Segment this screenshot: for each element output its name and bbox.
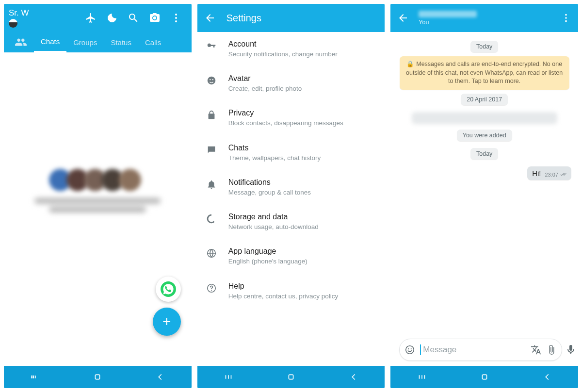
fab-new-chat[interactable]: + xyxy=(153,308,181,336)
system-navbar xyxy=(4,366,192,388)
chat-title-blurred xyxy=(419,11,477,17)
nav-recents-icon[interactable] xyxy=(223,372,234,382)
svg-point-9 xyxy=(210,79,210,80)
search-icon[interactable] xyxy=(128,12,139,24)
airplane-icon[interactable] xyxy=(85,12,97,24)
svg-point-2 xyxy=(175,20,177,22)
topbar: Sr. W xyxy=(4,4,192,32)
blurred-system-message xyxy=(412,112,557,124)
settings-item-privacy[interactable]: PrivacyBlock contacts, disappearing mess… xyxy=(197,101,385,135)
tab-chats[interactable]: Chats xyxy=(34,32,66,52)
chats-body: + xyxy=(4,52,192,366)
moon-icon[interactable] xyxy=(106,12,118,24)
svg-point-19 xyxy=(565,17,567,19)
tab-community-icon[interactable] xyxy=(8,32,34,52)
svg-point-22 xyxy=(408,348,409,349)
system-navbar xyxy=(197,366,385,388)
svg-point-23 xyxy=(411,348,412,349)
settings-item-help[interactable]: HelpHelp centre, contact us, privacy pol… xyxy=(197,274,385,309)
svg-point-18 xyxy=(565,14,567,16)
user-name: Sr. W xyxy=(9,8,29,18)
emoji-icon[interactable] xyxy=(404,344,415,355)
settings-list: AccountSecurity notifications, change nu… xyxy=(197,32,385,366)
chat-icon xyxy=(206,145,217,155)
svg-point-10 xyxy=(212,79,213,80)
screen-chats: Sr. W Chats Groups Status Calls xyxy=(4,4,192,388)
bell-icon xyxy=(206,179,217,190)
svg-point-13 xyxy=(211,290,212,291)
chat-subtitle: You xyxy=(419,19,551,26)
svg-point-0 xyxy=(175,14,177,16)
tab-status[interactable]: Status xyxy=(104,32,138,52)
nav-back-icon[interactable] xyxy=(155,372,165,382)
input-bar xyxy=(395,335,573,366)
globe-icon xyxy=(206,248,217,259)
more-icon[interactable] xyxy=(561,13,571,23)
tab-calls[interactable]: Calls xyxy=(138,32,168,52)
svg-rect-7 xyxy=(96,375,100,379)
user-avatar-small xyxy=(9,19,17,28)
fab-whatsapp[interactable] xyxy=(156,277,181,302)
tab-bar: Chats Groups Status Calls xyxy=(4,32,192,52)
blurred-text xyxy=(25,198,170,217)
camera-icon[interactable] xyxy=(149,12,161,24)
message-text: Hi! xyxy=(532,169,541,178)
blurred-avatars xyxy=(54,169,141,191)
mic-button[interactable] xyxy=(565,339,577,361)
tab-groups[interactable]: Groups xyxy=(66,32,104,52)
more-icon[interactable] xyxy=(170,12,182,24)
message-input[interactable] xyxy=(420,344,526,355)
settings-item-storage[interactable]: Storage and dataNetwork usage, auto-down… xyxy=(197,205,385,239)
e2e-banner[interactable]: 🔒Messages and calls are end-to-end encry… xyxy=(400,56,569,90)
settings-item-chats[interactable]: ChatsTheme, wallpapers, chat history xyxy=(197,136,385,170)
nav-back-icon[interactable] xyxy=(542,372,552,382)
settings-item-language[interactable]: App languageEnglish (phone's language) xyxy=(197,239,385,274)
topbar: You xyxy=(390,4,578,32)
nav-home-icon[interactable] xyxy=(286,372,296,382)
nav-recents-icon[interactable] xyxy=(417,372,427,382)
attach-icon[interactable] xyxy=(546,344,557,355)
topbar: Settings xyxy=(197,4,385,32)
svg-point-1 xyxy=(175,17,177,19)
back-arrow-icon[interactable] xyxy=(397,12,409,24)
back-arrow-icon[interactable] xyxy=(204,12,216,24)
date-chip-today-1: Today xyxy=(470,41,498,52)
lock-icon xyxy=(206,110,217,120)
svg-rect-27 xyxy=(482,375,486,379)
nav-recents-icon[interactable] xyxy=(30,372,40,382)
chat-body[interactable]: Today 🔒Messages and calls are end-to-end… xyxy=(390,32,578,366)
svg-point-8 xyxy=(207,77,215,85)
outgoing-message[interactable]: Hi! 23:07 xyxy=(527,166,571,180)
date-chip-old: 20 April 2017 xyxy=(461,94,508,105)
message-meta: 23:07 xyxy=(545,172,567,178)
data-usage-icon xyxy=(206,213,217,224)
nav-home-icon[interactable] xyxy=(479,372,490,382)
avatar-face-icon xyxy=(206,75,217,86)
svg-rect-17 xyxy=(289,375,293,379)
input-pill xyxy=(399,339,562,361)
lock-small-icon: 🔒 xyxy=(406,61,414,67)
settings-title: Settings xyxy=(226,13,261,24)
chat-title[interactable]: You xyxy=(419,11,551,26)
settings-item-avatar[interactable]: AvatarCreate, edit, profile photo xyxy=(197,66,385,101)
key-icon xyxy=(206,41,217,51)
date-chip-today-2: Today xyxy=(470,148,498,160)
screen-chat: You Today 🔒Messages and calls are end-to… xyxy=(390,4,578,388)
system-navbar xyxy=(390,366,578,388)
system-added-chip: You were added xyxy=(457,130,512,141)
user-block[interactable]: Sr. W xyxy=(9,8,29,28)
nav-home-icon[interactable] xyxy=(92,372,103,382)
help-icon xyxy=(206,283,217,294)
settings-item-account[interactable]: AccountSecurity notifications, change nu… xyxy=(197,32,385,66)
screen-settings: Settings AccountSecurity notifications, … xyxy=(197,4,385,388)
translate-icon[interactable] xyxy=(531,344,541,355)
nav-back-icon[interactable] xyxy=(348,372,359,382)
settings-item-notifications[interactable]: NotificationsMessage, group & call tones xyxy=(197,170,385,205)
svg-point-21 xyxy=(406,346,414,354)
delivered-icon xyxy=(560,172,567,177)
svg-point-20 xyxy=(565,20,567,22)
